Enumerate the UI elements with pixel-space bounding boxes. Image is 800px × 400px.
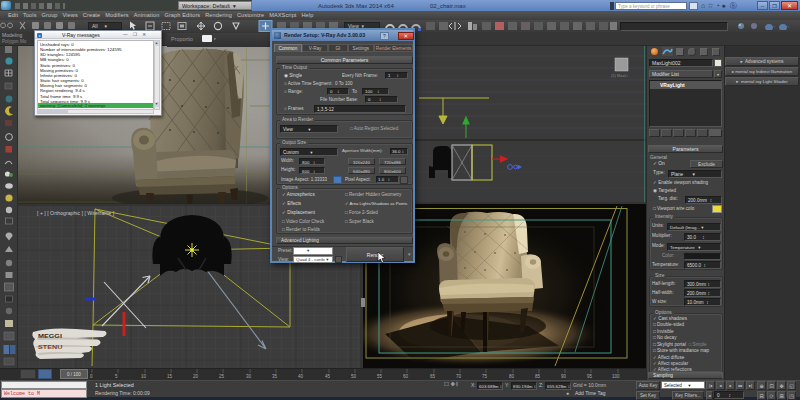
svg-text:0: 0 [90,374,93,379]
svg-text:15: 15 [167,374,173,379]
svg-text:MEGGI: MEGGI [38,333,62,339]
svg-text:30: 30 [246,374,252,379]
svg-text:60: 60 [403,374,409,379]
svg-text:40: 40 [298,374,304,379]
svg-text:STENU: STENU [38,344,63,350]
svg-text:(1) MaxLi: (1) MaxLi [611,73,628,78]
svg-text:[ + ] [ Orthographic ] [ Wiref: [ + ] [ Orthographic ] [ Wireframe ] [37,210,115,216]
svg-text:45: 45 [325,374,331,379]
svg-text:85: 85 [535,374,541,379]
svg-text:50: 50 [351,374,357,379]
svg-text:70: 70 [456,374,462,379]
svg-text:5: 5 [115,374,118,379]
svg-text:25: 25 [219,374,225,379]
svg-text:10: 10 [141,374,147,379]
svg-text:100: 100 [612,374,620,379]
svg-text:55: 55 [377,374,383,379]
svg-text:95: 95 [587,374,593,379]
svg-text:20: 20 [193,374,199,379]
svg-text:75: 75 [482,374,488,379]
svg-text:65: 65 [430,374,436,379]
svg-text:80: 80 [509,374,515,379]
svg-text:35: 35 [272,374,278,379]
svg-text:90: 90 [561,374,567,379]
